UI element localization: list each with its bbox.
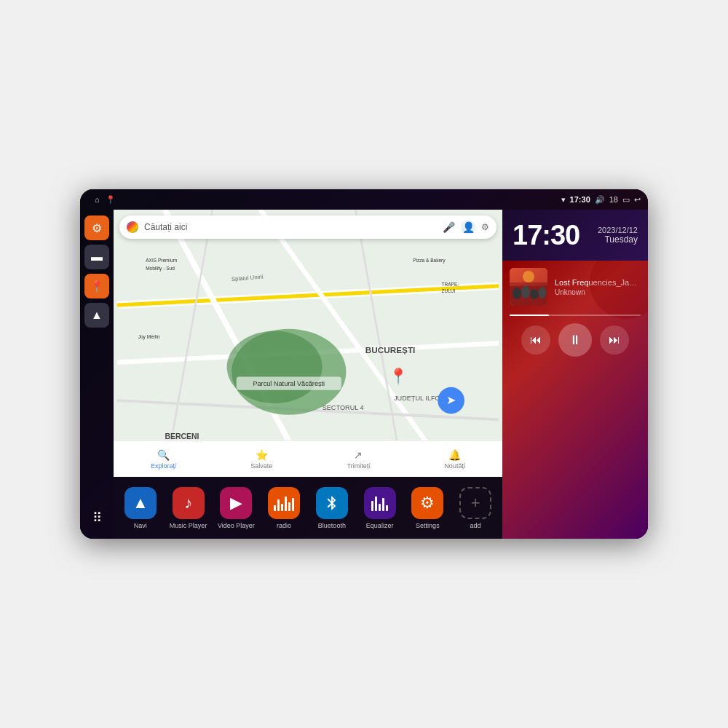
explore-icon: 🔍 <box>157 449 170 461</box>
settings-gear-icon: ⚙ <box>420 494 435 513</box>
map-nav-news[interactable]: 🔔 Noutăți <box>444 449 465 470</box>
app-equalizer[interactable]: Equalizer <box>356 487 404 529</box>
saved-icon: ⭐ <box>256 449 268 461</box>
screen: ⌂ 📍 ▾ 17:30 🔊 18 ▭ ↩ ⚙ ▬ 📍 <box>80 189 648 539</box>
sidebar-folder-button[interactable]: ▬ <box>84 245 109 269</box>
sidebar-apps-button[interactable]: ⠿ <box>84 505 109 530</box>
bluetooth-icon <box>324 495 340 511</box>
home-icon: ⌂ <box>95 195 100 205</box>
folder-icon: ▬ <box>91 250 103 264</box>
svg-text:ZULUI: ZULUI <box>442 288 456 293</box>
settings-label: Settings <box>416 522 440 529</box>
app-bluetooth[interactable]: Bluetooth <box>308 487 356 529</box>
music-player-icon: ♪ <box>173 487 205 519</box>
svg-point-10 <box>227 331 323 403</box>
map-search-bar[interactable]: Căutați aici 🎤 👤 ⚙ <box>119 215 496 239</box>
video-player-label: Video Player <box>218 522 255 529</box>
battery-icon: ▭ <box>622 195 630 205</box>
svg-text:TRAPE-: TRAPE- <box>442 282 459 287</box>
pause-icon: ⏸ <box>569 333 582 348</box>
saved-label: Salvate <box>250 462 272 470</box>
map-svg: Parcul Natural Văcărești Splaiul Unirii … <box>114 210 502 477</box>
news-label: Noutăți <box>444 462 465 470</box>
settings-map-icon[interactable]: ⚙ <box>481 222 489 232</box>
svg-text:JUDEȚUL ILFOV: JUDEȚUL ILFOV <box>394 395 446 402</box>
apps-grid-icon: ⠿ <box>92 510 102 526</box>
app-add[interactable]: + add <box>451 487 499 529</box>
svg-text:Parcul Natural Văcărești: Parcul Natural Văcărești <box>253 380 325 387</box>
music-controls: ⏮ ⏸ ⏭ <box>510 323 641 357</box>
svg-text:➤: ➤ <box>446 394 456 406</box>
share-label: Trimiteți <box>347 462 371 470</box>
radio-label: radio <box>277 522 291 529</box>
status-time: 17:30 <box>570 195 590 204</box>
add-plus-icon: + <box>471 494 480 513</box>
status-left-icons: ⌂ 📍 <box>95 195 116 205</box>
app-settings[interactable]: ⚙ Settings <box>404 487 452 529</box>
sidebar-map-button[interactable]: 📍 <box>84 274 109 298</box>
svg-point-33 <box>539 287 546 298</box>
back-icon[interactable]: ↩ <box>634 195 641 205</box>
music-progress-bar[interactable] <box>510 314 641 316</box>
svg-point-30 <box>513 288 521 299</box>
device: ⌂ 📍 ▾ 17:30 🔊 18 ▭ ↩ ⚙ ▬ 📍 <box>80 189 648 539</box>
navi-label: Navi <box>134 522 147 529</box>
clock-widget: 17:30 2023/12/12 Tuesday <box>502 210 648 261</box>
map-container[interactable]: Parcul Natural Văcărești Splaiul Unirii … <box>114 210 502 477</box>
map-nav-explore[interactable]: 🔍 Explorați <box>151 449 176 470</box>
battery-level: 18 <box>609 195 618 204</box>
add-icon-container: + <box>459 487 491 519</box>
add-label: add <box>470 522 481 529</box>
svg-text:Pizza & Bakery: Pizza & Bakery <box>413 258 446 264</box>
volume-icon: 🔊 <box>595 195 605 205</box>
svg-text:AXIS Premium: AXIS Premium <box>146 258 177 263</box>
status-bar: ⌂ 📍 ▾ 17:30 🔊 18 ▭ ↩ <box>80 189 648 210</box>
app-navi[interactable]: ▲ Navi <box>116 487 165 529</box>
sidebar: ⚙ ▬ 📍 ▲ ⠿ <box>80 210 114 539</box>
app-music-player[interactable]: ♪ Music Player <box>165 487 213 529</box>
clock-day-line: Tuesday <box>598 234 638 245</box>
settings-icon: ⚙ <box>92 221 102 235</box>
next-button[interactable]: ⏭ <box>600 325 629 355</box>
sidebar-settings-button[interactable]: ⚙ <box>84 215 109 240</box>
music-widget: Lost Frequencies_Janie... Unknown ⏮ ⏸ <box>502 261 648 539</box>
clock-date-line: 2023/12/12 <box>598 226 638 234</box>
prev-icon: ⏮ <box>530 333 542 347</box>
prev-button[interactable]: ⏮ <box>521 325 550 355</box>
explore-label: Explorați <box>151 462 176 470</box>
pause-button[interactable]: ⏸ <box>558 323 592 357</box>
svg-text:BERCENI: BERCENI <box>165 432 199 440</box>
right-panel: 17:30 2023/12/12 Tuesday <box>502 210 648 539</box>
app-dock: ▲ Navi ♪ Music Player ▶ Vid <box>114 477 502 539</box>
music-info: Lost Frequencies_Janie... Unknown <box>510 268 641 306</box>
svg-text:Joy Merlin: Joy Merlin <box>138 334 160 340</box>
microphone-icon[interactable]: 🎤 <box>443 221 455 233</box>
svg-text:BUCUREȘTI: BUCUREȘTI <box>365 345 416 355</box>
map-nav-saved[interactable]: ⭐ Salvate <box>250 449 272 470</box>
wifi-icon: ▾ <box>561 195 566 205</box>
user-icon[interactable]: 👤 <box>461 220 475 234</box>
app-video-player[interactable]: ▶ Video Player <box>213 487 261 529</box>
map-nav-share[interactable]: ↗ Trimiteți <box>347 449 371 470</box>
share-icon: ↗ <box>354 449 363 461</box>
music-progress-fill <box>510 314 549 316</box>
svg-text:Mobility - Sud: Mobility - Sud <box>146 266 175 272</box>
clock-date: 2023/12/12 Tuesday <box>598 226 638 245</box>
map-area: Parcul Natural Văcărești Splaiul Unirii … <box>114 210 502 539</box>
album-art-image <box>510 268 547 306</box>
equalizer-icon-container <box>364 487 396 519</box>
google-logo <box>127 221 138 233</box>
app-radio[interactable]: radio <box>260 487 308 529</box>
album-art-svg <box>510 268 547 306</box>
clock-time: 17:30 <box>513 220 579 251</box>
equalizer-icon <box>371 495 388 511</box>
bluetooth-label: Bluetooth <box>318 522 346 529</box>
video-player-icon: ▶ <box>220 487 252 519</box>
music-artist: Unknown <box>555 288 641 296</box>
bluetooth-icon-container <box>316 487 348 519</box>
next-icon: ⏭ <box>609 333 620 347</box>
music-title: Lost Frequencies_Janie... <box>555 278 641 287</box>
sidebar-nav-button[interactable]: ▲ <box>84 303 109 328</box>
svg-point-35 <box>523 271 534 282</box>
music-text: Lost Frequencies_Janie... Unknown <box>555 278 641 296</box>
